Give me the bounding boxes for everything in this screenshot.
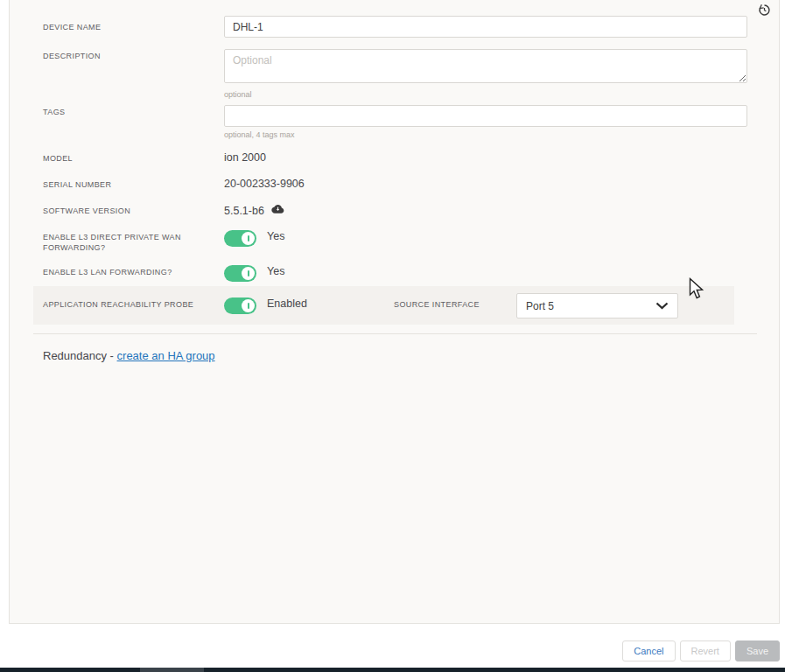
footer-actions: Cancel Revert Save [622, 640, 780, 662]
model-value: ion 2000 [224, 151, 266, 164]
app-reachability-label: APPLICATION REACHABILITY PROBE [43, 298, 214, 310]
l3-direct-private-wan-row: ENABLE L3 DIRECT PRIVATE WAN FORWARDING?… [43, 230, 756, 253]
l3-lan-forwarding-label: ENABLE L3 LAN FORWARDING? [43, 265, 214, 277]
l3-lan-forwarding-toggle[interactable] [224, 265, 256, 282]
model-label: MODEL [43, 151, 214, 164]
app-reachability-state: Enabled [267, 298, 307, 310]
serial-number-value: 20-002333-9906 [224, 178, 305, 190]
l3-direct-private-wan-state: Yes [267, 230, 284, 242]
tags-hint: optional, 4 tags max [224, 130, 756, 139]
source-interface-select[interactable]: Port 5 [516, 293, 678, 318]
chevron-down-icon [655, 300, 669, 312]
tags-input[interactable] [224, 105, 747, 127]
device-name-label: DEVICE NAME [43, 20, 214, 32]
serial-number-label: SERIAL NUMBER [43, 178, 214, 190]
bottom-edge-bar-segment [140, 668, 204, 672]
history-button[interactable] [756, 4, 772, 19]
redundancy-section: Redundancy - create an HA group [43, 349, 215, 362]
device-name-row: DEVICE NAME [43, 16, 756, 38]
software-version-value: 5.5.1-b6 [224, 205, 264, 217]
cloud-download-icon[interactable] [270, 204, 284, 217]
tags-label: TAGS [43, 105, 214, 117]
redundancy-text: Redundancy - [43, 349, 117, 362]
l3-direct-private-wan-toggle[interactable] [224, 230, 256, 247]
software-version-row: SOFTWARE VERSION 5.5.1-b6 [43, 204, 756, 217]
model-row: MODEL ion 2000 [43, 151, 756, 164]
description-hint: optional [224, 90, 756, 99]
app-reachability-toggle[interactable] [224, 298, 256, 314]
l3-lan-forwarding-row: ENABLE L3 LAN FORWARDING? Yes [43, 265, 756, 282]
description-label: DESCRIPTION [43, 49, 214, 61]
save-button[interactable]: Save [735, 640, 780, 662]
create-ha-group-link[interactable]: create an HA group [117, 349, 215, 362]
description-row: DESCRIPTION optional [43, 49, 756, 99]
l3-direct-private-wan-label: ENABLE L3 DIRECT PRIVATE WAN FORWARDING? [43, 230, 214, 253]
serial-number-row: SERIAL NUMBER 20-002333-9906 [43, 178, 756, 190]
section-divider [33, 333, 757, 334]
bottom-edge-bar [0, 668, 785, 672]
revert-button[interactable]: Revert [680, 640, 731, 662]
cancel-button[interactable]: Cancel [622, 640, 675, 662]
source-interface-value: Port 5 [526, 300, 554, 312]
app-reachability-row: APPLICATION REACHABILITY PROBE Enabled S… [33, 286, 734, 325]
l3-lan-forwarding-state: Yes [267, 265, 284, 277]
tags-row: TAGS optional, 4 tags max [43, 105, 756, 139]
software-version-label: SOFTWARE VERSION [43, 204, 214, 216]
device-name-input[interactable] [224, 16, 747, 38]
history-icon [758, 4, 771, 20]
description-textarea[interactable] [224, 49, 747, 83]
source-interface-label: SOURCE INTERFACE [394, 300, 480, 309]
device-config-panel: DEVICE NAME DESCRIPTION optional TAGS op… [9, 0, 780, 624]
